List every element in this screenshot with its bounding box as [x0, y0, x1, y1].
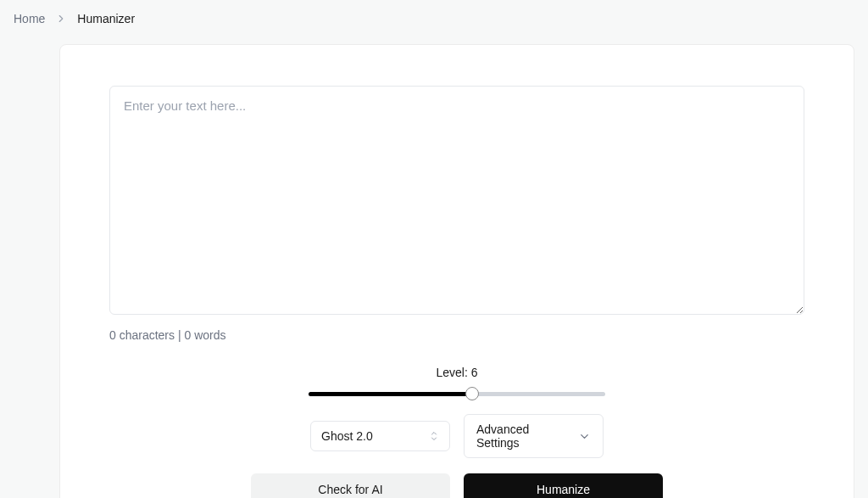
humanize-button[interactable]: Humanize: [464, 473, 663, 498]
level-label: Level: 6: [436, 366, 477, 379]
chevron-right-icon: [55, 13, 67, 25]
model-select-value: Ghost 2.0: [321, 429, 373, 443]
slider-fill: [309, 392, 472, 396]
main-card: 0 characters | 0 words Level: 6 Ghost 2.…: [59, 44, 854, 498]
breadcrumb: Home Humanizer: [0, 0, 868, 37]
controls: Level: 6 Ghost 2.0 Advanced Settings: [109, 366, 804, 498]
action-row: Check for AI Humanize: [251, 473, 663, 498]
level-prefix: Level:: [436, 366, 470, 379]
advanced-settings-label: Advanced Settings: [476, 422, 571, 450]
advanced-settings-button[interactable]: Advanced Settings: [464, 414, 604, 458]
level-slider[interactable]: [309, 385, 605, 402]
options-row: Ghost 2.0 Advanced Settings: [310, 414, 604, 458]
model-select[interactable]: Ghost 2.0: [310, 421, 450, 451]
slider-thumb[interactable]: [465, 387, 479, 400]
text-input[interactable]: [109, 86, 804, 315]
breadcrumb-current: Humanizer: [77, 12, 135, 25]
chevron-down-icon: [578, 430, 591, 443]
character-count: 0 characters | 0 words: [109, 328, 804, 342]
breadcrumb-home[interactable]: Home: [14, 12, 45, 25]
select-chevron-icon: [429, 430, 439, 442]
check-ai-button[interactable]: Check for AI: [251, 473, 450, 498]
level-value: 6: [471, 366, 478, 379]
